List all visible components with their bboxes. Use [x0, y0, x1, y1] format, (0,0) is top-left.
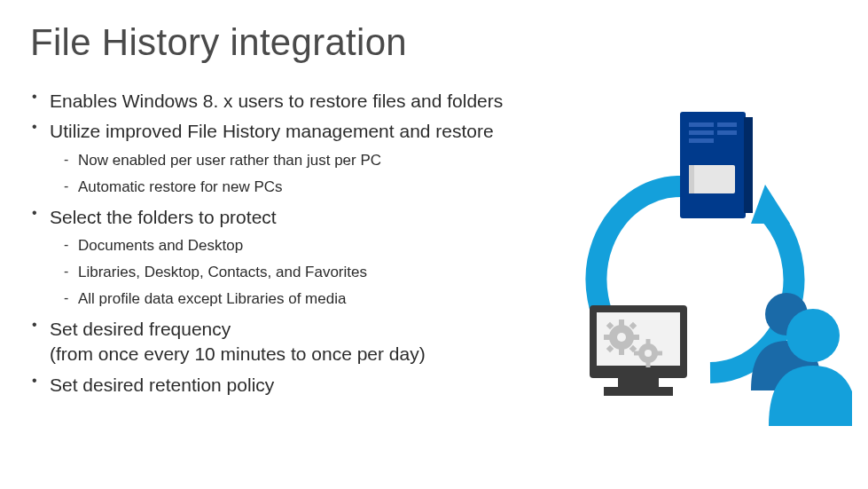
slide: File History integration Enables Windows…: [0, 0, 868, 489]
svg-rect-30: [657, 351, 662, 356]
slide-content: Enables Windows 8. x users to restore fi…: [30, 89, 598, 398]
sub-list-item: All profile data except Libraries of med…: [64, 290, 598, 308]
sub-list-item: Automatic restore for new PCs: [64, 178, 598, 196]
sub-list: Documents and Desktop Libraries, Desktop…: [64, 237, 598, 308]
svg-rect-17: [619, 319, 624, 327]
svg-point-32: [786, 309, 840, 362]
svg-marker-1: [751, 185, 790, 224]
list-item: Enables Windows 8. x users to restore fi…: [30, 89, 598, 114]
svg-rect-29: [634, 351, 639, 356]
svg-rect-19: [604, 335, 611, 340]
list-item: Select the folders to protect Documents …: [30, 205, 598, 308]
sub-bullet-text: Documents and Desktop: [78, 237, 243, 254]
gear-icon: [604, 319, 639, 355]
sub-bullet-text: Automatic restore for new PCs: [78, 178, 283, 195]
sub-list-item: Libraries, Desktop, Contacts, and Favori…: [64, 264, 598, 281]
svg-rect-9: [689, 165, 735, 193]
svg-rect-27: [646, 339, 651, 344]
svg-rect-8: [717, 130, 737, 135]
bullet-text: Set desired retention policy: [50, 375, 274, 395]
sub-list: Now enabled per user rather than just pe…: [64, 152, 598, 196]
bullet-text: Enables Windows 8. x users to restore fi…: [50, 91, 503, 111]
svg-point-16: [617, 333, 626, 342]
sync-illustration-svg: [577, 106, 852, 426]
sub-list-item: Now enabled per user rather than just pe…: [64, 152, 598, 170]
list-item: Utilize improved File History management…: [30, 119, 598, 195]
svg-rect-7: [717, 122, 737, 127]
sub-bullet-text: Now enabled per user rather than just pe…: [78, 152, 381, 169]
svg-rect-3: [744, 117, 753, 213]
sub-list-item: Documents and Desktop: [64, 237, 598, 255]
bullet-text: Set desired frequency (from once every 1…: [50, 319, 426, 364]
svg-rect-28: [646, 362, 651, 367]
sub-bullet-text: All profile data except Libraries of med…: [78, 290, 346, 307]
monitor-icon: [590, 305, 687, 396]
server-icon: [680, 112, 753, 218]
sub-bullet-text: Libraries, Desktop, Contacts, and Favori…: [78, 264, 367, 280]
bullet-list: Enables Windows 8. x users to restore fi…: [30, 89, 598, 398]
svg-rect-13: [618, 378, 659, 387]
list-item: Set desired retention policy: [30, 373, 598, 398]
svg-rect-14: [604, 387, 673, 396]
sync-illustration: [577, 106, 852, 426]
svg-rect-20: [632, 335, 639, 340]
svg-rect-4: [689, 122, 714, 127]
svg-point-26: [645, 350, 652, 357]
svg-rect-18: [619, 348, 624, 355]
bullet-text: Select the folders to protect: [50, 207, 277, 227]
svg-rect-5: [689, 130, 714, 135]
svg-rect-10: [689, 165, 694, 193]
svg-rect-6: [689, 138, 714, 143]
slide-title: File History integration: [30, 21, 838, 64]
users-icon: [751, 293, 852, 426]
list-item: Set desired frequency (from once every 1…: [30, 317, 598, 367]
bullet-text: Utilize improved File History management…: [50, 121, 494, 141]
